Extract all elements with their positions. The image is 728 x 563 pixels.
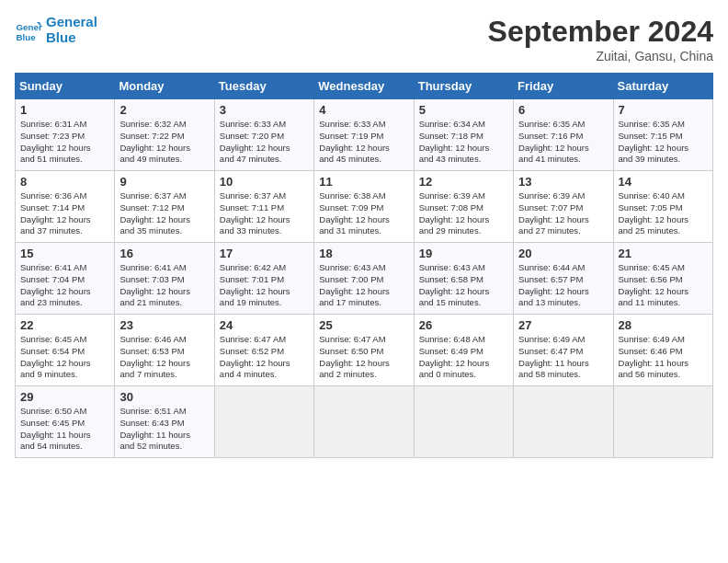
day-number: 23 <box>119 318 209 332</box>
day-number: 16 <box>119 247 209 260</box>
col-sunday: Sunday <box>16 74 115 99</box>
table-row: 9 Sunrise: 6:37 AM Sunset: 7:12 PM Dayli… <box>115 171 214 243</box>
day-info: Sunrise: 6:49 AM Sunset: 6:46 PM Dayligh… <box>619 334 708 381</box>
table-row: 23 Sunrise: 6:46 AM Sunset: 6:53 PM Dayl… <box>115 315 214 386</box>
day-info: Sunrise: 6:39 AM Sunset: 7:08 PM Dayligh… <box>419 190 508 237</box>
day-info: Sunrise: 6:37 AM Sunset: 7:11 PM Dayligh… <box>220 190 309 237</box>
day-number: 3 <box>220 103 309 117</box>
day-info: Sunrise: 6:39 AM Sunset: 7:07 PM Dayligh… <box>518 190 608 237</box>
table-row: 20 Sunrise: 6:44 AM Sunset: 6:57 PM Dayl… <box>514 243 613 315</box>
table-row: 10 Sunrise: 6:37 AM Sunset: 7:11 PM Dayl… <box>214 171 313 243</box>
table-row: 5 Sunrise: 6:34 AM Sunset: 7:18 PM Dayli… <box>414 99 513 171</box>
day-info: Sunrise: 6:49 AM Sunset: 6:47 PM Dayligh… <box>518 334 608 381</box>
day-info: Sunrise: 6:40 AM Sunset: 7:05 PM Dayligh… <box>619 190 708 237</box>
day-number: 18 <box>319 247 408 260</box>
table-row: 12 Sunrise: 6:39 AM Sunset: 7:08 PM Dayl… <box>414 171 513 243</box>
table-row: 1 Sunrise: 6:31 AM Sunset: 7:23 PM Dayli… <box>16 99 115 171</box>
month-title: September 2024 <box>488 15 713 49</box>
calendar-header-row: Sunday Monday Tuesday Wednesday Thursday… <box>16 74 713 99</box>
day-number: 7 <box>619 103 708 117</box>
day-number: 22 <box>20 318 109 332</box>
col-thursday: Thursday <box>414 74 513 99</box>
col-wednesday: Wednesday <box>314 74 414 99</box>
table-row: 15 Sunrise: 6:41 AM Sunset: 7:04 PM Dayl… <box>16 243 115 315</box>
calendar-week-row: 22 Sunrise: 6:45 AM Sunset: 6:54 PM Dayl… <box>16 315 713 386</box>
table-row: 8 Sunrise: 6:36 AM Sunset: 7:14 PM Dayli… <box>16 171 115 243</box>
table-row: 21 Sunrise: 6:45 AM Sunset: 6:56 PM Dayl… <box>613 243 712 315</box>
day-number: 14 <box>619 175 708 189</box>
table-row: 4 Sunrise: 6:33 AM Sunset: 7:19 PM Dayli… <box>314 99 414 171</box>
day-number: 5 <box>419 103 508 117</box>
table-row: 24 Sunrise: 6:47 AM Sunset: 6:52 PM Dayl… <box>214 315 313 386</box>
day-number: 8 <box>20 175 109 189</box>
logo: General Blue GeneralBlue <box>15 15 97 45</box>
day-info: Sunrise: 6:35 AM Sunset: 7:16 PM Dayligh… <box>518 119 608 166</box>
day-info: Sunrise: 6:51 AM Sunset: 6:43 PM Dayligh… <box>119 406 209 453</box>
day-info: Sunrise: 6:50 AM Sunset: 6:45 PM Dayligh… <box>20 406 109 453</box>
day-info: Sunrise: 6:45 AM Sunset: 6:56 PM Dayligh… <box>619 262 708 309</box>
day-info: Sunrise: 6:41 AM Sunset: 7:04 PM Dayligh… <box>20 262 109 309</box>
day-number: 27 <box>518 318 608 332</box>
day-number: 28 <box>619 318 708 332</box>
day-number: 13 <box>518 175 608 189</box>
day-info: Sunrise: 6:44 AM Sunset: 6:57 PM Dayligh… <box>518 262 608 309</box>
logo-icon: General Blue <box>15 17 42 44</box>
calendar-week-row: 15 Sunrise: 6:41 AM Sunset: 7:04 PM Dayl… <box>16 243 713 315</box>
table-row: 17 Sunrise: 6:42 AM Sunset: 7:01 PM Dayl… <box>214 243 313 315</box>
table-row <box>613 386 712 458</box>
day-number: 9 <box>119 175 209 189</box>
table-row: 6 Sunrise: 6:35 AM Sunset: 7:16 PM Dayli… <box>514 99 613 171</box>
table-row <box>414 386 513 458</box>
day-info: Sunrise: 6:37 AM Sunset: 7:12 PM Dayligh… <box>119 190 209 237</box>
table-row <box>214 386 313 458</box>
day-number: 29 <box>20 390 109 404</box>
table-row: 27 Sunrise: 6:49 AM Sunset: 6:47 PM Dayl… <box>514 315 613 386</box>
day-info: Sunrise: 6:34 AM Sunset: 7:18 PM Dayligh… <box>419 119 508 166</box>
table-row: 22 Sunrise: 6:45 AM Sunset: 6:54 PM Dayl… <box>16 315 115 386</box>
table-row: 26 Sunrise: 6:48 AM Sunset: 6:49 PM Dayl… <box>414 315 513 386</box>
table-row <box>314 386 414 458</box>
day-number: 6 <box>518 103 608 117</box>
day-info: Sunrise: 6:32 AM Sunset: 7:22 PM Dayligh… <box>119 119 209 166</box>
day-info: Sunrise: 6:41 AM Sunset: 7:03 PM Dayligh… <box>119 262 209 309</box>
col-friday: Friday <box>514 74 613 99</box>
day-info: Sunrise: 6:38 AM Sunset: 7:09 PM Dayligh… <box>319 190 408 237</box>
day-info: Sunrise: 6:31 AM Sunset: 7:23 PM Dayligh… <box>20 119 109 166</box>
calendar-week-row: 8 Sunrise: 6:36 AM Sunset: 7:14 PM Dayli… <box>16 171 713 243</box>
table-row: 13 Sunrise: 6:39 AM Sunset: 7:07 PM Dayl… <box>514 171 613 243</box>
location: Zuitai, Gansu, China <box>488 49 713 63</box>
day-info: Sunrise: 6:43 AM Sunset: 7:00 PM Dayligh… <box>319 262 408 309</box>
col-saturday: Saturday <box>613 74 712 99</box>
day-number: 10 <box>220 175 309 189</box>
day-number: 25 <box>319 318 408 332</box>
calendar-table: Sunday Monday Tuesday Wednesday Thursday… <box>15 73 713 458</box>
day-info: Sunrise: 6:36 AM Sunset: 7:14 PM Dayligh… <box>20 190 109 237</box>
day-number: 17 <box>220 247 309 260</box>
table-row: 29 Sunrise: 6:50 AM Sunset: 6:45 PM Dayl… <box>16 386 115 458</box>
day-number: 30 <box>119 390 209 404</box>
day-info: Sunrise: 6:46 AM Sunset: 6:53 PM Dayligh… <box>119 334 209 381</box>
svg-text:Blue: Blue <box>17 31 37 41</box>
table-row: 30 Sunrise: 6:51 AM Sunset: 6:43 PM Dayl… <box>115 386 214 458</box>
day-info: Sunrise: 6:47 AM Sunset: 6:50 PM Dayligh… <box>319 334 408 381</box>
day-number: 26 <box>419 318 508 332</box>
day-number: 20 <box>518 247 608 260</box>
table-row: 2 Sunrise: 6:32 AM Sunset: 7:22 PM Dayli… <box>115 99 214 171</box>
title-block: September 2024 Zuitai, Gansu, China <box>488 15 713 63</box>
col-tuesday: Tuesday <box>214 74 313 99</box>
table-row: 16 Sunrise: 6:41 AM Sunset: 7:03 PM Dayl… <box>115 243 214 315</box>
calendar-week-row: 29 Sunrise: 6:50 AM Sunset: 6:45 PM Dayl… <box>16 386 713 458</box>
table-row: 28 Sunrise: 6:49 AM Sunset: 6:46 PM Dayl… <box>613 315 712 386</box>
col-monday: Monday <box>115 74 214 99</box>
day-info: Sunrise: 6:33 AM Sunset: 7:20 PM Dayligh… <box>220 119 309 166</box>
day-info: Sunrise: 6:35 AM Sunset: 7:15 PM Dayligh… <box>619 119 708 166</box>
day-number: 12 <box>419 175 508 189</box>
table-row: 14 Sunrise: 6:40 AM Sunset: 7:05 PM Dayl… <box>613 171 712 243</box>
day-info: Sunrise: 6:42 AM Sunset: 7:01 PM Dayligh… <box>220 262 309 309</box>
day-number: 19 <box>419 247 508 260</box>
day-number: 2 <box>119 103 209 117</box>
day-number: 1 <box>20 103 109 117</box>
day-number: 24 <box>220 318 309 332</box>
table-row: 3 Sunrise: 6:33 AM Sunset: 7:20 PM Dayli… <box>214 99 313 171</box>
table-row: 7 Sunrise: 6:35 AM Sunset: 7:15 PM Dayli… <box>613 99 712 171</box>
